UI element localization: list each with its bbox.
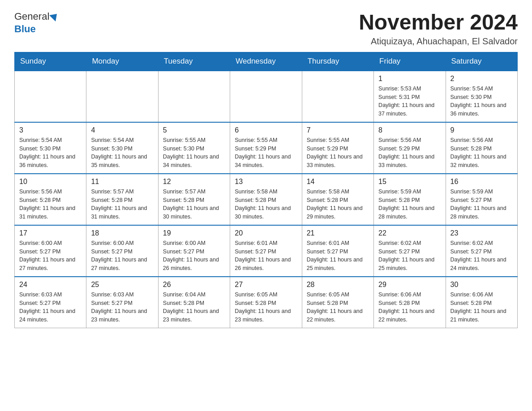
day-info: Sunrise: 5:56 AMSunset: 5:28 PMDaylight:…	[450, 136, 513, 170]
day-number: 23	[450, 229, 513, 237]
day-info: Sunrise: 6:06 AMSunset: 5:28 PMDaylight:…	[450, 291, 513, 324]
day-of-week-header: Saturday	[446, 52, 517, 71]
day-of-week-header: Tuesday	[158, 52, 230, 71]
calendar-cell: 11Sunrise: 5:57 AMSunset: 5:28 PMDayligh…	[86, 174, 158, 225]
day-info: Sunrise: 5:54 AMSunset: 5:30 PMDaylight:…	[91, 136, 153, 170]
day-number: 27	[235, 281, 297, 289]
day-of-week-header: Monday	[86, 52, 158, 71]
day-of-week-header: Thursday	[302, 52, 373, 71]
calendar-cell	[86, 71, 158, 122]
page-title: November 2024	[359, 11, 518, 34]
day-info: Sunrise: 6:00 AMSunset: 5:27 PMDaylight:…	[91, 239, 153, 273]
day-info: Sunrise: 5:58 AMSunset: 5:28 PMDaylight:…	[307, 188, 369, 221]
logo: General Blue	[14, 11, 59, 35]
day-info: Sunrise: 6:02 AMSunset: 5:27 PMDaylight:…	[450, 239, 513, 273]
calendar-cell: 10Sunrise: 5:56 AMSunset: 5:28 PMDayligh…	[15, 174, 86, 225]
day-number: 17	[19, 229, 82, 237]
day-info: Sunrise: 6:00 AMSunset: 5:27 PMDaylight:…	[19, 239, 82, 273]
day-number: 9	[450, 126, 513, 134]
day-number: 7	[307, 126, 369, 134]
day-info: Sunrise: 6:02 AMSunset: 5:27 PMDaylight:…	[378, 239, 441, 273]
day-of-week-header: Friday	[374, 52, 446, 71]
day-number: 10	[19, 178, 82, 186]
calendar-cell: 2Sunrise: 5:54 AMSunset: 5:30 PMDaylight…	[446, 71, 517, 122]
day-number: 6	[235, 126, 297, 134]
calendar-cell: 20Sunrise: 6:01 AMSunset: 5:27 PMDayligh…	[230, 225, 302, 277]
calendar-header: SundayMondayTuesdayWednesdayThursdayFrid…	[15, 52, 518, 71]
calendar-cell: 15Sunrise: 5:59 AMSunset: 5:28 PMDayligh…	[374, 174, 446, 225]
day-info: Sunrise: 6:00 AMSunset: 5:27 PMDaylight:…	[163, 239, 225, 273]
calendar-cell: 5Sunrise: 5:55 AMSunset: 5:30 PMDaylight…	[158, 122, 230, 174]
day-info: Sunrise: 6:06 AMSunset: 5:28 PMDaylight:…	[378, 291, 441, 324]
calendar-cell: 21Sunrise: 6:01 AMSunset: 5:27 PMDayligh…	[302, 225, 373, 277]
calendar-cell: 16Sunrise: 5:59 AMSunset: 5:27 PMDayligh…	[446, 174, 517, 225]
page-header: General Blue November 2024 Atiquizaya, A…	[14, 11, 518, 47]
calendar-cell: 8Sunrise: 5:56 AMSunset: 5:29 PMDaylight…	[374, 122, 446, 174]
day-number: 14	[307, 178, 369, 186]
calendar-cell: 12Sunrise: 5:57 AMSunset: 5:28 PMDayligh…	[158, 174, 230, 225]
day-number: 26	[163, 281, 225, 289]
day-info: Sunrise: 5:54 AMSunset: 5:30 PMDaylight:…	[19, 136, 82, 170]
calendar-row: 24Sunrise: 6:03 AMSunset: 5:27 PMDayligh…	[15, 277, 518, 328]
day-number: 24	[19, 281, 82, 289]
calendar-cell: 28Sunrise: 6:05 AMSunset: 5:28 PMDayligh…	[302, 277, 373, 328]
day-number: 12	[163, 178, 225, 186]
calendar-body: 1Sunrise: 5:53 AMSunset: 5:31 PMDaylight…	[15, 71, 518, 328]
day-number: 19	[163, 229, 225, 237]
day-number: 22	[378, 229, 441, 237]
day-number: 8	[378, 126, 441, 134]
title-block: November 2024 Atiquizaya, Ahuachapan, El…	[359, 11, 518, 47]
calendar-row: 17Sunrise: 6:00 AMSunset: 5:27 PMDayligh…	[15, 225, 518, 277]
day-info: Sunrise: 6:05 AMSunset: 5:28 PMDaylight:…	[307, 291, 369, 324]
logo-triangle-icon	[49, 11, 60, 21]
calendar-cell: 24Sunrise: 6:03 AMSunset: 5:27 PMDayligh…	[15, 277, 86, 328]
day-number: 5	[163, 126, 225, 134]
day-info: Sunrise: 5:57 AMSunset: 5:28 PMDaylight:…	[91, 188, 153, 221]
calendar-cell: 18Sunrise: 6:00 AMSunset: 5:27 PMDayligh…	[86, 225, 158, 277]
calendar-row: 1Sunrise: 5:53 AMSunset: 5:31 PMDaylight…	[15, 71, 518, 122]
day-number: 30	[450, 281, 513, 289]
day-info: Sunrise: 5:55 AMSunset: 5:29 PMDaylight:…	[235, 136, 297, 170]
calendar-cell: 26Sunrise: 6:04 AMSunset: 5:28 PMDayligh…	[158, 277, 230, 328]
days-of-week-row: SundayMondayTuesdayWednesdayThursdayFrid…	[15, 52, 518, 71]
day-number: 13	[235, 178, 297, 186]
day-number: 21	[307, 229, 369, 237]
logo-general: General	[14, 11, 49, 22]
day-number: 28	[307, 281, 369, 289]
day-info: Sunrise: 6:03 AMSunset: 5:27 PMDaylight:…	[91, 291, 153, 324]
day-info: Sunrise: 5:54 AMSunset: 5:30 PMDaylight:…	[450, 85, 513, 118]
calendar-cell: 3Sunrise: 5:54 AMSunset: 5:30 PMDaylight…	[15, 122, 86, 174]
day-info: Sunrise: 5:56 AMSunset: 5:29 PMDaylight:…	[378, 136, 441, 170]
day-number: 11	[91, 178, 153, 186]
calendar-cell: 23Sunrise: 6:02 AMSunset: 5:27 PMDayligh…	[446, 225, 517, 277]
calendar-cell: 29Sunrise: 6:06 AMSunset: 5:28 PMDayligh…	[374, 277, 446, 328]
calendar-cell: 30Sunrise: 6:06 AMSunset: 5:28 PMDayligh…	[446, 277, 517, 328]
calendar-row: 3Sunrise: 5:54 AMSunset: 5:30 PMDaylight…	[15, 122, 518, 174]
day-info: Sunrise: 5:58 AMSunset: 5:28 PMDaylight:…	[235, 188, 297, 221]
day-number: 18	[91, 229, 153, 237]
day-number: 20	[235, 229, 297, 237]
calendar-cell: 17Sunrise: 6:00 AMSunset: 5:27 PMDayligh…	[15, 225, 86, 277]
page-subtitle: Atiquizaya, Ahuachapan, El Salvador	[359, 36, 518, 47]
calendar-cell: 4Sunrise: 5:54 AMSunset: 5:30 PMDaylight…	[86, 122, 158, 174]
calendar-cell: 19Sunrise: 6:00 AMSunset: 5:27 PMDayligh…	[158, 225, 230, 277]
calendar-cell: 7Sunrise: 5:55 AMSunset: 5:29 PMDaylight…	[302, 122, 373, 174]
day-info: Sunrise: 6:05 AMSunset: 5:28 PMDaylight:…	[235, 291, 297, 324]
calendar-cell	[15, 71, 86, 122]
day-of-week-header: Wednesday	[230, 52, 302, 71]
calendar-cell: 9Sunrise: 5:56 AMSunset: 5:28 PMDaylight…	[446, 122, 517, 174]
day-info: Sunrise: 6:03 AMSunset: 5:27 PMDaylight:…	[19, 291, 82, 324]
day-info: Sunrise: 6:01 AMSunset: 5:27 PMDaylight:…	[235, 239, 297, 273]
calendar-table: SundayMondayTuesdayWednesdayThursdayFrid…	[14, 52, 518, 328]
calendar-cell: 25Sunrise: 6:03 AMSunset: 5:27 PMDayligh…	[86, 277, 158, 328]
calendar-cell: 22Sunrise: 6:02 AMSunset: 5:27 PMDayligh…	[374, 225, 446, 277]
calendar-row: 10Sunrise: 5:56 AMSunset: 5:28 PMDayligh…	[15, 174, 518, 225]
day-info: Sunrise: 5:59 AMSunset: 5:27 PMDaylight:…	[450, 188, 513, 221]
calendar-cell: 6Sunrise: 5:55 AMSunset: 5:29 PMDaylight…	[230, 122, 302, 174]
day-number: 15	[378, 178, 441, 186]
day-info: Sunrise: 6:01 AMSunset: 5:27 PMDaylight:…	[307, 239, 369, 273]
day-number: 29	[378, 281, 441, 289]
day-of-week-header: Sunday	[15, 52, 86, 71]
day-info: Sunrise: 6:04 AMSunset: 5:28 PMDaylight:…	[163, 291, 225, 324]
day-number: 4	[91, 126, 153, 134]
